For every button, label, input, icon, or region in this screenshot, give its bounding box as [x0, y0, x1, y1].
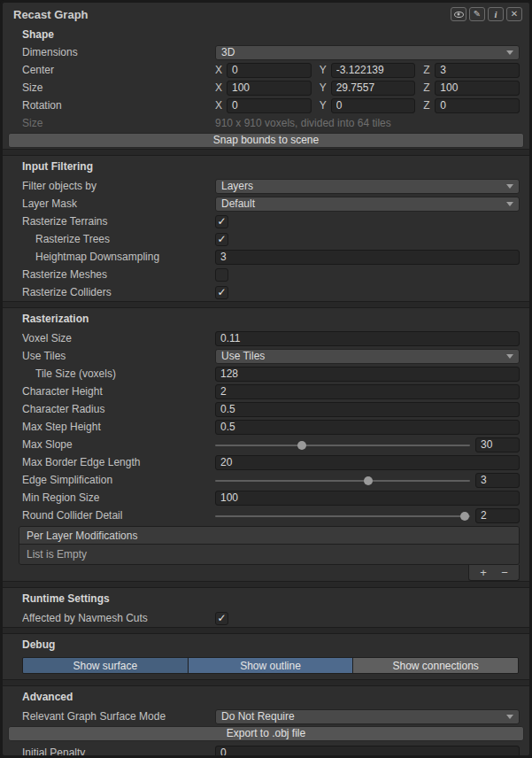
axis-x-label: X: [215, 64, 227, 76]
field-label: Tile Size (voxels): [22, 367, 215, 380]
dimensions-dropdown[interactable]: 3D: [215, 45, 520, 60]
rasterize-colliders-checkbox[interactable]: ✓: [215, 286, 228, 299]
per-layer-modifications-list: Per Layer Modifications List is Empty + …: [19, 526, 520, 581]
rotation-y-input[interactable]: [331, 98, 416, 113]
axis-y-label: Y: [320, 64, 331, 76]
field-label: Affected by Navmesh Cuts: [22, 612, 215, 624]
minus-icon: −: [501, 566, 508, 579]
axis-x-label: X: [215, 81, 227, 94]
show-outline-toggle[interactable]: Show outline: [189, 658, 354, 673]
per-layer-modifications-header[interactable]: Per Layer Modifications: [19, 527, 519, 545]
slider-thumb[interactable]: [297, 441, 306, 450]
section-divider: [3, 581, 529, 588]
heightmap-downsampling-input[interactable]: [215, 250, 520, 265]
field-label: Use Tiles: [22, 350, 215, 362]
info-button[interactable]: i: [488, 7, 504, 21]
recast-graph-inspector: Recast Graph ✎ i ✕ Shape Dimensions 3D: [0, 0, 532, 758]
slider-thumb[interactable]: [460, 512, 469, 521]
check-icon: ✓: [217, 216, 226, 227]
field-label: Layer Mask: [22, 197, 215, 210]
dropdown-value: Do Not Require: [221, 710, 506, 723]
field-row-max-border-edge-length: Max Border Edge Length: [3, 453, 529, 471]
rotation-z-input[interactable]: [435, 98, 520, 113]
panel-header: Recast Graph ✎ i ✕: [3, 3, 529, 26]
initial-penalty-input[interactable]: [215, 746, 520, 758]
max-slope-slider[interactable]: [215, 437, 470, 452]
max-slope-input[interactable]: [475, 437, 520, 452]
center-z-input[interactable]: [435, 63, 520, 78]
field-row-dimensions: Dimensions 3D: [3, 43, 529, 61]
section-divider: [3, 627, 529, 634]
affected-by-navmesh-cuts-checkbox[interactable]: ✓: [215, 612, 228, 625]
size-y-input[interactable]: [331, 81, 416, 96]
dropdown-value: Use Tiles: [221, 350, 506, 362]
field-label: Rasterize Trees: [22, 233, 215, 245]
edge-simplification-slider[interactable]: [215, 473, 470, 488]
field-row-rasterize-colliders: Rasterize Colliders ✓: [3, 283, 529, 301]
round-collider-detail-slider[interactable]: [215, 508, 470, 523]
remove-item-button[interactable]: −: [497, 567, 512, 578]
filter-objects-by-dropdown[interactable]: Layers: [215, 179, 520, 194]
field-label: Max Step Height: [22, 421, 215, 433]
center-x-input[interactable]: [227, 63, 312, 78]
rasterize-meshes-checkbox[interactable]: [215, 268, 228, 282]
field-row-filter-objects-by: Filter objects by Layers: [3, 177, 529, 195]
max-step-height-input[interactable]: [215, 420, 520, 435]
field-label: Filter objects by: [22, 180, 215, 192]
size-z-input[interactable]: [435, 81, 520, 96]
center-y-input[interactable]: [331, 63, 416, 78]
show-connections-toggle[interactable]: Show connections: [353, 658, 518, 673]
rasterize-trees-checkbox[interactable]: ✓: [215, 233, 228, 246]
snap-bounds-button[interactable]: Snap bounds to scene: [8, 133, 524, 148]
close-button[interactable]: ✕: [506, 7, 522, 21]
field-label: Voxel Size: [22, 332, 215, 344]
list-empty-text: List is Empty: [19, 545, 519, 564]
dropdown-value: Layers: [221, 180, 506, 192]
axis-z-label: Z: [423, 81, 435, 94]
rasterize-terrains-checkbox[interactable]: ✓: [215, 215, 228, 228]
min-region-size-input[interactable]: [215, 491, 520, 506]
size-x-input[interactable]: [227, 81, 312, 96]
field-row-layer-mask: Layer Mask Default: [3, 195, 529, 213]
field-row-center: Center X Y Z: [3, 61, 529, 79]
field-row-use-tiles: Use Tiles Use Tiles: [3, 347, 529, 365]
eye-icon: [454, 12, 464, 18]
dropdown-value: 3D: [221, 46, 506, 58]
show-surface-toggle[interactable]: Show surface: [23, 658, 189, 673]
tile-size-input[interactable]: [215, 367, 520, 382]
edit-button[interactable]: ✎: [469, 7, 485, 21]
field-row-tile-size: Tile Size (voxels): [3, 365, 529, 383]
chevron-down-icon: [506, 715, 513, 719]
list-footer: + −: [468, 565, 520, 581]
axis-z-label: Z: [423, 99, 435, 112]
export-obj-button[interactable]: Export to .obj file: [8, 726, 524, 741]
character-height-input[interactable]: [215, 384, 520, 399]
max-border-edge-length-input[interactable]: [215, 455, 520, 470]
round-collider-detail-input[interactable]: [475, 508, 520, 523]
relevant-graph-surface-mode-dropdown[interactable]: Do Not Require: [215, 709, 520, 724]
field-label: Min Region Size: [22, 491, 215, 504]
add-item-button[interactable]: +: [476, 567, 490, 578]
section-divider: [3, 301, 529, 308]
section-heading-runtime-settings: Runtime Settings: [3, 588, 529, 609]
edge-simplification-input[interactable]: [475, 473, 520, 488]
field-row-max-step-height: Max Step Height: [3, 418, 529, 436]
field-row-character-height: Character Height: [3, 383, 529, 400]
section-heading-advanced: Advanced: [3, 686, 529, 708]
field-label: Relevant Graph Surface Mode: [22, 710, 215, 723]
pencil-icon: ✎: [474, 10, 481, 19]
info-icon: i: [494, 10, 497, 19]
field-label: Character Height: [22, 385, 215, 398]
visibility-button[interactable]: [451, 7, 466, 21]
slider-thumb[interactable]: [364, 476, 373, 485]
character-radius-input[interactable]: [215, 402, 520, 417]
use-tiles-dropdown[interactable]: Use Tiles: [215, 349, 520, 364]
section-heading-debug: Debug: [3, 634, 529, 655]
voxel-size-input[interactable]: [215, 331, 520, 346]
rotation-x-input[interactable]: [227, 98, 312, 113]
layer-mask-dropdown[interactable]: Default: [215, 197, 520, 212]
field-label: Max Slope: [22, 438, 215, 451]
field-row-rasterize-meshes: Rasterize Meshes: [3, 266, 529, 283]
slider-track: [215, 515, 470, 517]
slider-track: [215, 445, 470, 446]
